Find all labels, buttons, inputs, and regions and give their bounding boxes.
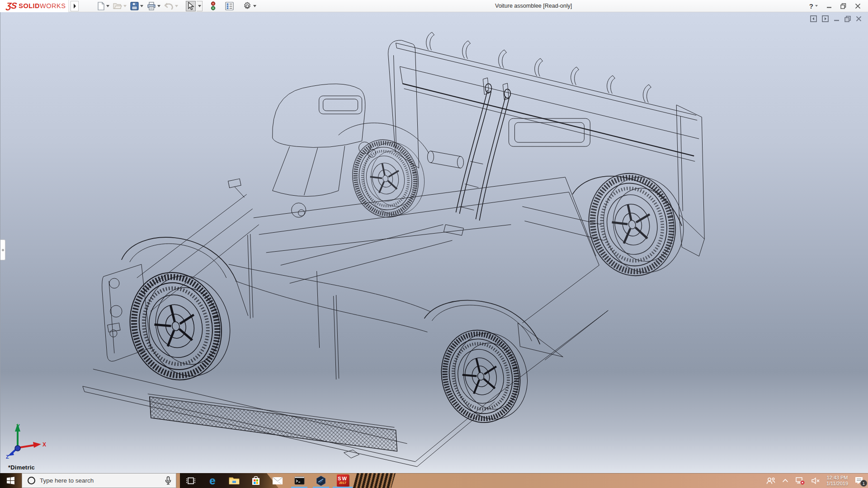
rebuild-button[interactable] — [209, 1, 217, 11]
front-grille-mesh[interactable] — [148, 394, 397, 451]
minimize-button[interactable] — [826, 3, 832, 9]
network-disconnected-icon — [795, 476, 805, 485]
quick-access-toolbar — [96, 0, 258, 12]
wireframe-car-model[interactable] — [0, 12, 868, 473]
file-properties-icon — [225, 2, 234, 10]
undo-dropdown[interactable] — [175, 5, 178, 7]
open-dropdown[interactable] — [123, 5, 127, 7]
cockpit-section[interactable] — [228, 84, 365, 197]
microsoft-store-button[interactable] — [245, 473, 267, 488]
options-button[interactable] — [241, 1, 258, 11]
hexagon-app-icon — [316, 475, 326, 486]
volume-button[interactable] — [811, 477, 820, 484]
help-dropdown-icon — [815, 5, 818, 7]
orientation-triad: Y X Z — [4, 422, 47, 460]
microsoft-store-icon — [251, 476, 261, 486]
front-left-wheel — [119, 261, 241, 389]
help-label: ? — [809, 2, 813, 10]
body-panels[interactable] — [229, 118, 604, 380]
graphics-viewport[interactable]: Y X Z *Dimetric — [0, 12, 868, 473]
open-folder-icon — [113, 2, 122, 10]
save-button[interactable] — [129, 1, 145, 11]
cortana-icon — [28, 477, 35, 484]
new-document-dropdown[interactable] — [106, 5, 109, 7]
undo-icon — [164, 2, 174, 10]
document-title: Voiture assomblee [Read-only] — [258, 3, 809, 9]
restore-icon — [840, 3, 846, 9]
print-dropdown[interactable] — [157, 5, 160, 7]
fenders[interactable] — [122, 123, 682, 344]
wing-supports[interactable] — [443, 78, 510, 235]
search-input[interactable] — [40, 477, 165, 484]
new-document-button[interactable] — [96, 1, 111, 11]
view-orientation-label: *Dimetric — [8, 464, 35, 471]
doc-minimize-button[interactable] — [834, 16, 840, 22]
task-view-button[interactable] — [180, 473, 202, 488]
taskbar-app-icons: e — [180, 473, 354, 488]
mail-icon — [272, 477, 283, 485]
hexagon-app-button[interactable] — [310, 473, 332, 488]
notification-badge: 1 — [860, 480, 867, 487]
people-button[interactable] — [766, 477, 776, 485]
help-button[interactable]: ? — [809, 2, 818, 10]
microphone-icon[interactable] — [165, 476, 171, 485]
print-icon — [147, 2, 156, 10]
volume-muted-icon — [811, 477, 820, 484]
action-center-button[interactable]: 1 — [854, 476, 863, 485]
network-status-button[interactable] — [795, 476, 805, 485]
pane-right-button[interactable] — [822, 15, 829, 22]
axis-x-label: X — [42, 441, 46, 448]
document-window-controls — [810, 15, 862, 22]
doc-close-button[interactable] — [856, 16, 862, 22]
edge-button[interactable]: e — [202, 473, 223, 488]
command-prompt-icon — [294, 476, 305, 485]
select-tool-button[interactable] — [186, 1, 196, 11]
gear-icon — [243, 1, 252, 10]
file-explorer-button[interactable] — [223, 473, 245, 488]
file-properties-button[interactable] — [224, 1, 235, 11]
task-view-icon — [186, 476, 196, 486]
hidden-icons-button[interactable] — [782, 479, 788, 483]
clock-date: 1/11/2019 — [826, 481, 848, 487]
select-tool-dropdown[interactable] — [197, 1, 203, 11]
wheels[interactable] — [119, 132, 693, 431]
axis-y-label: Y — [16, 423, 20, 430]
rear-right-wheel — [580, 164, 693, 284]
clock-time: 12:43 PM — [826, 475, 848, 481]
options-dropdown[interactable] — [253, 5, 256, 7]
select-cursor-icon — [187, 2, 194, 10]
chevron-up-icon — [782, 479, 788, 483]
new-document-icon — [97, 2, 105, 10]
restore-button[interactable] — [840, 3, 846, 9]
close-button[interactable] — [855, 3, 861, 9]
mail-button[interactable] — [267, 473, 288, 488]
title-bar: ƷS SOLIDWORKS — [0, 0, 868, 12]
open-button[interactable] — [112, 1, 128, 11]
solidworks-2017-icon: SW 2017 — [337, 474, 349, 487]
command-prompt-button[interactable] — [288, 473, 310, 488]
feature-panel-tab[interactable] — [0, 239, 5, 260]
minimize-icon — [826, 3, 832, 9]
solidworks-2017-button[interactable]: SW 2017 — [332, 473, 354, 488]
edge-icon: e — [209, 475, 215, 486]
doc-restore-button[interactable] — [844, 16, 851, 22]
taskbar-clock[interactable]: 12:43 PM 1/11/2019 — [826, 475, 848, 487]
brand-works: WORKS — [40, 2, 66, 9]
undo-button[interactable] — [163, 1, 179, 11]
save-dropdown[interactable] — [140, 5, 143, 7]
windows-logo-icon — [7, 477, 14, 484]
axis-z-label: Z — [6, 454, 9, 459]
pane-left-button[interactable] — [810, 15, 817, 22]
toolbar-flyout-button[interactable] — [71, 1, 79, 11]
solidworks-window: ƷS SOLIDWORKS — [0, 0, 868, 488]
front-right-wheel — [432, 320, 537, 431]
save-floppy-icon — [130, 2, 139, 10]
taskbar-search[interactable] — [22, 473, 176, 488]
window-controls: ? — [809, 2, 868, 10]
start-button[interactable] — [0, 473, 21, 488]
close-icon — [855, 3, 861, 9]
ds-logo-mark: ƷS — [6, 1, 17, 11]
solidworks-logo: ƷS SOLIDWORKS — [0, 0, 69, 12]
flyout-arrow-icon — [73, 4, 76, 9]
print-button[interactable] — [146, 1, 162, 11]
